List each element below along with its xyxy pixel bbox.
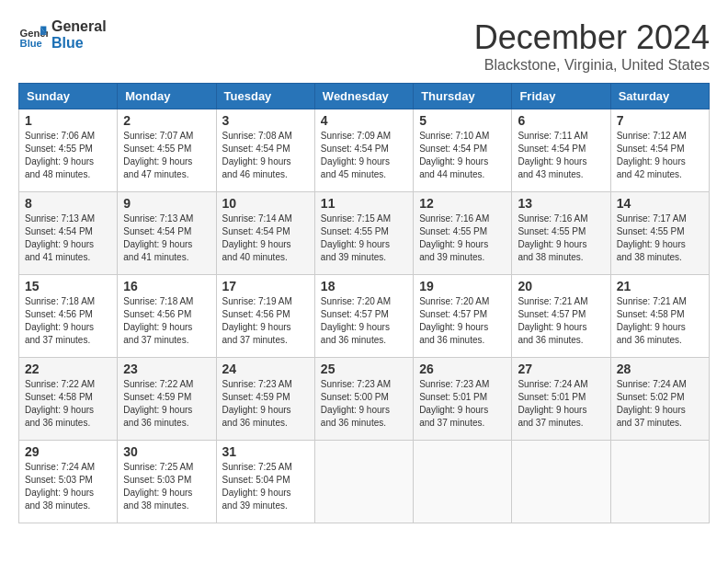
- day-number: 16: [123, 279, 210, 293]
- day-number: 13: [518, 196, 604, 211]
- title-area: December 2024 Blackstone, Virginia, Unit…: [474, 18, 710, 74]
- calendar-cell: 18Sunrise: 7:20 AMSunset: 4:57 PMDayligh…: [314, 275, 413, 358]
- calendar-cell: [314, 441, 413, 523]
- calendar-cell: 3Sunrise: 7:08 AMSunset: 4:54 PMDaylight…: [216, 109, 314, 192]
- col-monday: Monday: [118, 84, 216, 109]
- day-info: Sunrise: 7:24 AMSunset: 5:01 PMDaylight:…: [518, 378, 604, 430]
- day-info: Sunrise: 7:23 AMSunset: 4:59 PMDaylight:…: [222, 378, 309, 430]
- day-info: Sunrise: 7:25 AMSunset: 5:03 PMDaylight:…: [123, 461, 210, 512]
- page-header: General Blue General Blue December 2024 …: [18, 18, 710, 74]
- day-number: 24: [222, 362, 309, 376]
- day-info: Sunrise: 7:23 AMSunset: 5:01 PMDaylight:…: [419, 378, 506, 430]
- calendar-cell: [414, 441, 512, 523]
- day-number: 19: [419, 279, 506, 293]
- calendar-week-1: 1Sunrise: 7:06 AMSunset: 4:55 PMDaylight…: [19, 109, 710, 192]
- day-number: 7: [617, 113, 703, 128]
- day-number: 11: [321, 196, 407, 211]
- day-info: Sunrise: 7:18 AMSunset: 4:56 PMDaylight:…: [123, 295, 210, 347]
- calendar-cell: 11Sunrise: 7:15 AMSunset: 4:55 PMDayligh…: [314, 192, 413, 275]
- day-number: 28: [617, 362, 703, 376]
- day-info: Sunrise: 7:06 AMSunset: 4:55 PMDaylight:…: [25, 130, 111, 181]
- col-saturday: Saturday: [610, 84, 709, 109]
- calendar-cell: 2Sunrise: 7:07 AMSunset: 4:55 PMDaylight…: [118, 109, 216, 192]
- day-info: Sunrise: 7:14 AMSunset: 4:54 PMDaylight:…: [222, 213, 309, 264]
- day-number: 1: [25, 113, 111, 128]
- calendar-cell: 16Sunrise: 7:18 AMSunset: 4:56 PMDayligh…: [118, 275, 216, 358]
- calendar-cell: [512, 441, 610, 523]
- day-number: 2: [123, 113, 210, 128]
- calendar-week-2: 8Sunrise: 7:13 AMSunset: 4:54 PMDaylight…: [19, 192, 710, 275]
- calendar-cell: 21Sunrise: 7:21 AMSunset: 4:58 PMDayligh…: [610, 275, 709, 358]
- calendar-cell: 26Sunrise: 7:23 AMSunset: 5:01 PMDayligh…: [414, 358, 512, 441]
- day-number: 9: [123, 196, 210, 211]
- calendar-cell: 17Sunrise: 7:19 AMSunset: 4:56 PMDayligh…: [216, 275, 314, 358]
- day-number: 25: [321, 362, 407, 376]
- col-thursday: Thursday: [414, 84, 512, 109]
- logo-icon: General Blue: [18, 20, 48, 50]
- calendar-week-4: 22Sunrise: 7:22 AMSunset: 4:58 PMDayligh…: [19, 358, 710, 441]
- calendar-cell: 4Sunrise: 7:09 AMSunset: 4:54 PMDaylight…: [314, 109, 413, 192]
- day-number: 5: [419, 113, 506, 128]
- calendar-week-3: 15Sunrise: 7:18 AMSunset: 4:56 PMDayligh…: [19, 275, 710, 358]
- calendar-cell: 9Sunrise: 7:13 AMSunset: 4:54 PMDaylight…: [118, 192, 216, 275]
- calendar-cell: 30Sunrise: 7:25 AMSunset: 5:03 PMDayligh…: [118, 441, 216, 523]
- calendar-week-5: 29Sunrise: 7:24 AMSunset: 5:03 PMDayligh…: [19, 441, 710, 523]
- day-info: Sunrise: 7:12 AMSunset: 4:54 PMDaylight:…: [617, 130, 703, 181]
- calendar-cell: 22Sunrise: 7:22 AMSunset: 4:58 PMDayligh…: [19, 358, 118, 441]
- day-info: Sunrise: 7:13 AMSunset: 4:54 PMDaylight:…: [25, 213, 111, 264]
- calendar-cell: 1Sunrise: 7:06 AMSunset: 4:55 PMDaylight…: [19, 109, 118, 192]
- calendar-cell: 28Sunrise: 7:24 AMSunset: 5:02 PMDayligh…: [610, 358, 709, 441]
- day-number: 20: [518, 279, 604, 293]
- day-number: 18: [321, 279, 407, 293]
- day-number: 27: [518, 362, 604, 376]
- logo-text: General Blue: [51, 18, 107, 52]
- day-info: Sunrise: 7:21 AMSunset: 4:57 PMDaylight:…: [518, 295, 604, 347]
- logo: General Blue General Blue: [18, 18, 107, 52]
- calendar-table: Sunday Monday Tuesday Wednesday Thursday…: [18, 83, 710, 523]
- calendar-cell: 8Sunrise: 7:13 AMSunset: 4:54 PMDaylight…: [19, 192, 118, 275]
- calendar-cell: 12Sunrise: 7:16 AMSunset: 4:55 PMDayligh…: [414, 192, 512, 275]
- calendar-cell: 7Sunrise: 7:12 AMSunset: 4:54 PMDaylight…: [610, 109, 709, 192]
- calendar-cell: 5Sunrise: 7:10 AMSunset: 4:54 PMDaylight…: [414, 109, 512, 192]
- day-info: Sunrise: 7:17 AMSunset: 4:55 PMDaylight:…: [617, 213, 703, 264]
- day-info: Sunrise: 7:24 AMSunset: 5:03 PMDaylight:…: [25, 461, 111, 512]
- day-number: 29: [25, 444, 111, 459]
- day-number: 3: [222, 113, 309, 128]
- day-number: 26: [419, 362, 506, 376]
- calendar-cell: 19Sunrise: 7:20 AMSunset: 4:57 PMDayligh…: [414, 275, 512, 358]
- day-info: Sunrise: 7:09 AMSunset: 4:54 PMDaylight:…: [321, 130, 407, 181]
- subtitle: Blackstone, Virginia, United States: [474, 57, 710, 74]
- calendar-cell: 20Sunrise: 7:21 AMSunset: 4:57 PMDayligh…: [512, 275, 610, 358]
- calendar-cell: 10Sunrise: 7:14 AMSunset: 4:54 PMDayligh…: [216, 192, 314, 275]
- calendar-cell: 23Sunrise: 7:22 AMSunset: 4:59 PMDayligh…: [118, 358, 216, 441]
- day-info: Sunrise: 7:22 AMSunset: 4:59 PMDaylight:…: [123, 378, 210, 430]
- day-info: Sunrise: 7:19 AMSunset: 4:56 PMDaylight:…: [222, 295, 309, 347]
- day-info: Sunrise: 7:20 AMSunset: 4:57 PMDaylight:…: [419, 295, 506, 347]
- calendar-header-row: Sunday Monday Tuesday Wednesday Thursday…: [19, 84, 710, 109]
- calendar-cell: 13Sunrise: 7:16 AMSunset: 4:55 PMDayligh…: [512, 192, 610, 275]
- calendar-cell: 24Sunrise: 7:23 AMSunset: 4:59 PMDayligh…: [216, 358, 314, 441]
- main-title: December 2024: [474, 18, 710, 57]
- day-number: 10: [222, 196, 309, 211]
- day-number: 15: [25, 279, 111, 293]
- day-number: 14: [617, 196, 703, 211]
- day-number: 17: [222, 279, 309, 293]
- day-info: Sunrise: 7:18 AMSunset: 4:56 PMDaylight:…: [25, 295, 111, 347]
- day-number: 23: [123, 362, 210, 376]
- svg-text:Blue: Blue: [20, 38, 42, 49]
- day-info: Sunrise: 7:13 AMSunset: 4:54 PMDaylight:…: [123, 213, 210, 264]
- day-info: Sunrise: 7:22 AMSunset: 4:58 PMDaylight:…: [25, 378, 111, 430]
- calendar-cell: 14Sunrise: 7:17 AMSunset: 4:55 PMDayligh…: [610, 192, 709, 275]
- calendar-cell: 15Sunrise: 7:18 AMSunset: 4:56 PMDayligh…: [19, 275, 118, 358]
- day-info: Sunrise: 7:23 AMSunset: 5:00 PMDaylight:…: [321, 378, 407, 430]
- day-number: 6: [518, 113, 604, 128]
- calendar-cell: [610, 441, 709, 523]
- day-info: Sunrise: 7:24 AMSunset: 5:02 PMDaylight:…: [617, 378, 703, 430]
- day-number: 30: [123, 444, 210, 459]
- day-info: Sunrise: 7:07 AMSunset: 4:55 PMDaylight:…: [123, 130, 210, 181]
- day-info: Sunrise: 7:25 AMSunset: 5:04 PMDaylight:…: [222, 461, 309, 512]
- calendar-cell: 6Sunrise: 7:11 AMSunset: 4:54 PMDaylight…: [512, 109, 610, 192]
- day-number: 21: [617, 279, 703, 293]
- day-info: Sunrise: 7:08 AMSunset: 4:54 PMDaylight:…: [222, 130, 309, 181]
- col-friday: Friday: [512, 84, 610, 109]
